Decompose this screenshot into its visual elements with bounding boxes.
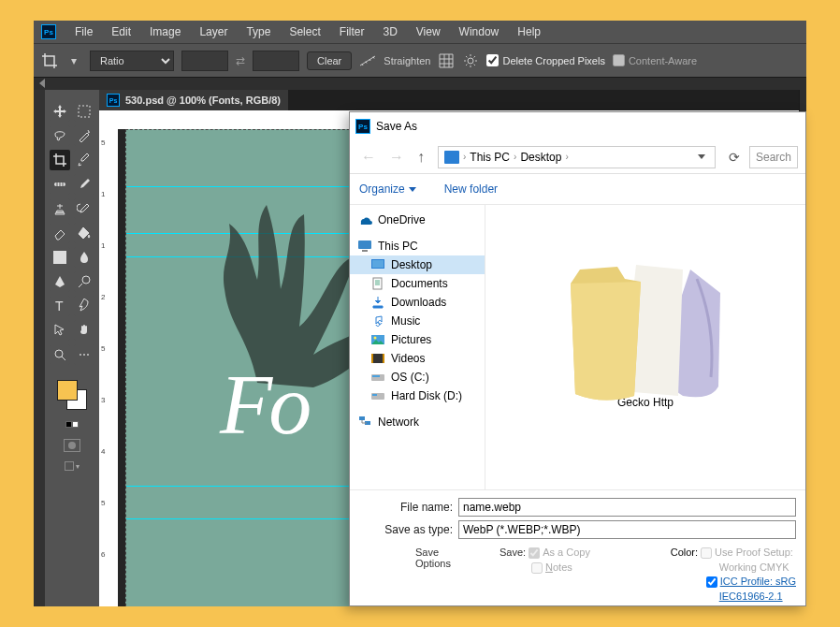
marquee-tool[interactable]	[74, 101, 94, 122]
menu-layer[interactable]: Layer	[190, 25, 237, 38]
use-proof-label: Use Proof Setup:	[715, 547, 793, 558]
lasso-tool[interactable]	[50, 125, 70, 146]
menu-view[interactable]: View	[407, 25, 450, 38]
blur-tool[interactable]	[74, 247, 94, 268]
nav-up-button[interactable]: ↑	[413, 149, 428, 166]
tree-documents[interactable]: Documents	[350, 274, 485, 293]
brush-tool[interactable]	[74, 174, 94, 195]
dodge-tool[interactable]	[74, 271, 94, 292]
address-bar[interactable]: › This PC › Desktop ›	[438, 146, 716, 168]
drive-icon	[370, 371, 385, 384]
chevron-down-icon[interactable]: ▾	[65, 52, 82, 69]
paint-bucket-tool[interactable]	[74, 223, 94, 243]
menu-edit[interactable]: Edit	[102, 25, 140, 38]
nav-back-button[interactable]: ←	[357, 149, 380, 166]
tree-downloads[interactable]: Downloads	[350, 293, 485, 312]
foreground-swatch[interactable]	[57, 380, 78, 401]
new-folder-button[interactable]: New folder	[444, 182, 498, 196]
tree-videos[interactable]: Videos	[350, 349, 485, 368]
menu-help[interactable]: Help	[508, 25, 550, 38]
address-dropdown-icon[interactable]	[698, 154, 705, 159]
crumb-root[interactable]: This PC	[470, 151, 510, 164]
ruler-tick: 1	[101, 190, 105, 198]
pen-tool[interactable]	[50, 271, 70, 292]
pc-icon	[357, 240, 372, 253]
canvas[interactable]: Fo	[125, 129, 369, 606]
gear-icon[interactable]	[462, 52, 479, 69]
content-aware-checkbox[interactable]: Content-Aware	[613, 54, 697, 66]
tree-label: Downloads	[391, 296, 446, 309]
clear-button[interactable]: Clear	[307, 51, 352, 70]
guide[interactable]	[126, 518, 368, 519]
folder-content[interactable]: Gecko Http	[485, 205, 805, 489]
quickmask-button[interactable]	[64, 439, 80, 452]
straighten-icon[interactable]	[359, 52, 376, 69]
move-tool[interactable]	[50, 101, 70, 122]
tree-pictures[interactable]: Pictures	[350, 330, 485, 349]
svg-rect-15	[371, 354, 373, 363]
document-tab[interactable]: Ps 530.psd @ 100% (Fonts, RGB/8)	[99, 90, 288, 110]
screen-mode-button[interactable]: ▾	[65, 461, 80, 471]
clone-stamp-tool[interactable]	[50, 198, 70, 219]
swap-icon[interactable]: ⇄	[236, 54, 245, 67]
color-label: Color:	[671, 547, 698, 558]
crop-tool[interactable]	[50, 150, 70, 170]
savetype-select[interactable]: WebP (*.WEBP;*.WBP)	[458, 520, 796, 539]
history-brush-tool[interactable]	[74, 198, 94, 219]
tree-label: Network	[378, 416, 419, 429]
dialog-titlebar[interactable]: Ps Save As	[350, 112, 805, 140]
menu-image[interactable]: Image	[140, 25, 190, 38]
menu-filter[interactable]: Filter	[330, 25, 374, 38]
zoom-tool[interactable]	[50, 344, 70, 365]
crop-width-input[interactable]	[181, 51, 228, 71]
overlay-grid-icon[interactable]	[438, 52, 455, 69]
menu-file[interactable]: File	[65, 25, 102, 38]
type-tool[interactable]: T	[50, 296, 70, 316]
crumb-desktop[interactable]: Desktop	[520, 151, 561, 164]
tree-this-pc[interactable]: This PC	[350, 237, 485, 255]
tree-os-c[interactable]: OS (C:)	[350, 368, 485, 386]
tree-desktop[interactable]: Desktop	[350, 255, 485, 274]
collapse-icon[interactable]	[39, 79, 45, 88]
tree-onedrive[interactable]: OneDrive	[350, 211, 485, 229]
filename-input[interactable]	[458, 498, 796, 517]
more-tools[interactable]: ⋯	[74, 344, 94, 365]
desktop-icon	[370, 258, 385, 271]
crop-tool-icon[interactable]	[41, 52, 58, 69]
tree-hdd[interactable]: Hard Disk (D:)	[350, 386, 485, 405]
nav-forward-button[interactable]: →	[385, 149, 408, 166]
crop-height-input[interactable]	[253, 51, 299, 71]
iec-link[interactable]: IEC61966-2.1	[671, 591, 796, 602]
gradient-tool[interactable]	[50, 247, 70, 268]
menu-type[interactable]: Type	[237, 25, 280, 38]
menu-window[interactable]: Window	[450, 25, 509, 38]
ratio-select[interactable]: Ratio	[90, 51, 174, 71]
eraser-tool[interactable]	[50, 223, 70, 243]
options-bar: ▾ Ratio ⇄ Clear Straighten Delete Croppe…	[34, 43, 806, 77]
organize-button[interactable]: Organize	[359, 182, 416, 196]
refresh-button[interactable]: ⟳	[725, 150, 744, 165]
icc-profile-checkbox[interactable]	[706, 576, 717, 588]
delete-cropped-input[interactable]	[486, 54, 499, 66]
ruler-vertical[interactable]: 5 1 1 2 5 3 4 5 6	[99, 129, 118, 606]
menu-3d[interactable]: 3D	[373, 25, 406, 38]
ruler-corner	[99, 110, 118, 129]
menu-select[interactable]: Select	[280, 25, 329, 38]
search-input[interactable]: Search	[749, 146, 798, 168]
default-colors-icon[interactable]	[65, 421, 79, 428]
tree-music[interactable]: Music	[350, 312, 485, 330]
icc-profile-link[interactable]: ICC Profile: sRG	[720, 576, 796, 587]
guide[interactable]	[126, 486, 368, 487]
delete-cropped-checkbox[interactable]: Delete Cropped Pixels	[486, 54, 604, 66]
folder-item[interactable]: Gecko Http	[552, 218, 739, 409]
path-select-tool[interactable]	[74, 296, 94, 316]
color-swatches[interactable]	[53, 378, 91, 416]
eyedropper-tool[interactable]	[74, 150, 94, 170]
direct-select-tool[interactable]	[50, 320, 70, 341]
tree-label: Videos	[391, 352, 425, 365]
magic-wand-tool[interactable]	[74, 125, 94, 146]
hand-tool[interactable]	[74, 320, 94, 341]
tree-network[interactable]: Network	[350, 413, 485, 431]
healing-brush-tool[interactable]	[50, 174, 70, 195]
notes-label: Notes	[545, 561, 572, 573]
